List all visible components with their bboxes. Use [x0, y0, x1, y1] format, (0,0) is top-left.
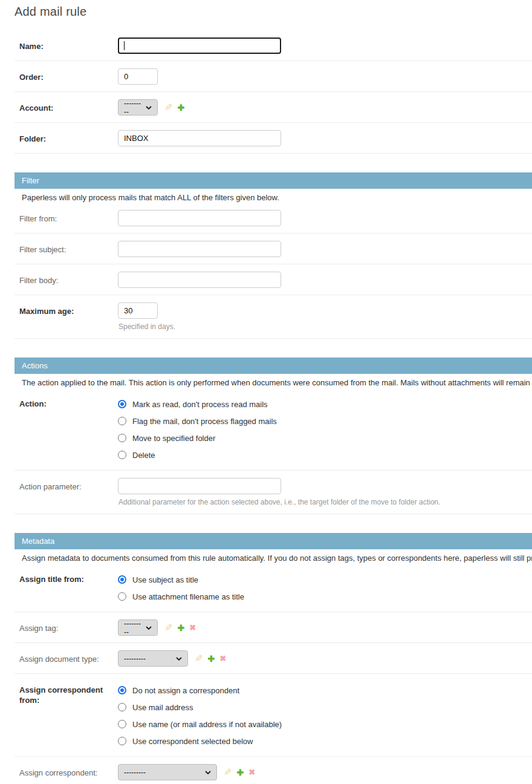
- metadata-section-description: Assign metadata to documents consumed fr…: [22, 554, 532, 563]
- assign-document-type-label: Assign document type:: [19, 650, 118, 664]
- title-option-attachment-filename[interactable]: Use attachment filename as title: [118, 588, 244, 605]
- name-row: Name:: [15, 30, 532, 61]
- assign-tag-select[interactable]: ---------: [118, 619, 158, 636]
- assign-title-from-label: Assign title from:: [19, 570, 118, 584]
- module-filter: Filter Paperless will only process mails…: [15, 172, 532, 339]
- order-input[interactable]: [118, 68, 158, 85]
- chevron-down-icon: [176, 657, 182, 661]
- radio-unchecked-icon[interactable]: [118, 720, 126, 728]
- edit-related-icon[interactable]: ✎: [224, 768, 232, 777]
- title-option-subject[interactable]: Use subject as title: [118, 571, 244, 588]
- account-select-value: ---------: [124, 99, 142, 116]
- correspondent-option-selected-below[interactable]: Use correspondent selected below: [118, 733, 282, 750]
- assign-tag-label: Assign tag:: [19, 619, 118, 633]
- radio-unchecked-icon[interactable]: [118, 737, 126, 745]
- order-row: Order:: [15, 61, 532, 92]
- assign-correspondent-from-label: Assign correspondent from:: [19, 681, 118, 705]
- folder-row: Folder:: [15, 123, 532, 154]
- add-related-icon[interactable]: ✚: [177, 103, 184, 112]
- filter-from-row: Filter from:: [15, 203, 532, 234]
- action-option-flag-mail[interactable]: Flag the mail, don't process flagged mai…: [118, 413, 277, 430]
- module-actions: Actions The action applied to the mail. …: [15, 358, 532, 514]
- order-label: Order:: [19, 68, 118, 82]
- action-option-move-folder[interactable]: Move to specified folder: [118, 430, 277, 446]
- edit-related-icon[interactable]: ✎: [195, 654, 203, 664]
- radio-unchecked-icon[interactable]: [118, 703, 126, 711]
- assign-correspondent-from-row: Assign correspondent from: Do not assign…: [15, 674, 532, 757]
- filter-subject-label: Filter subject:: [19, 241, 118, 255]
- assign-correspondent-label: Assign correspondent:: [19, 764, 118, 778]
- correspondent-option-mail-address[interactable]: Use mail address: [118, 699, 282, 716]
- module-main: Name: Order: Account: ---------: [15, 30, 532, 154]
- account-select[interactable]: ---------: [118, 99, 158, 116]
- radio-unchecked-icon[interactable]: [118, 451, 126, 459]
- content: Add mail rule Name: Order: Account: ----…: [0, 0, 532, 784]
- radio-checked-icon[interactable]: [118, 400, 126, 408]
- account-row: Account: --------- ✎ ✚: [15, 92, 532, 123]
- edit-related-icon[interactable]: ✎: [164, 623, 172, 633]
- maximum-age-row: Maximum age: Specified in days.: [15, 295, 532, 339]
- assign-tag-row: Assign tag: --------- ✎ ✚ ✖: [15, 612, 532, 643]
- text-cursor: [124, 41, 125, 50]
- name-input[interactable]: [118, 38, 281, 54]
- folder-input[interactable]: [118, 130, 281, 146]
- assign-title-from-row: Assign title from: Use subject as title …: [15, 563, 532, 612]
- account-label: Account:: [19, 99, 118, 113]
- assign-correspondent-select-value: ---------: [124, 768, 146, 777]
- filter-body-row: Filter body:: [15, 264, 532, 295]
- assign-correspondent-row: Assign correspondent: --------- ✎ ✚ ✖: [15, 757, 532, 784]
- assign-document-type-row: Assign document type: --------- ✎ ✚ ✖: [15, 643, 532, 674]
- actions-section-header: Actions: [15, 358, 532, 374]
- radio-checked-icon[interactable]: [118, 575, 126, 584]
- add-related-icon[interactable]: ✚: [207, 655, 215, 663]
- filter-body-label: Filter body:: [19, 272, 118, 286]
- action-parameter-input[interactable]: [118, 478, 281, 494]
- add-related-icon[interactable]: ✚: [177, 624, 184, 632]
- chevron-down-icon: [146, 626, 152, 630]
- action-parameter-help: Additional parameter for the action sele…: [118, 498, 440, 506]
- filter-from-input[interactable]: [118, 210, 281, 226]
- action-row: Action: Mark as read, don't process read…: [15, 388, 532, 471]
- action-parameter-label: Action parameter:: [19, 478, 118, 492]
- maximum-age-label: Maximum age:: [19, 302, 118, 316]
- delete-related-icon[interactable]: ✖: [189, 624, 196, 632]
- filter-subject-input[interactable]: [118, 241, 281, 257]
- assign-correspondent-select[interactable]: ---------: [118, 764, 217, 780]
- folder-label: Folder:: [19, 130, 118, 144]
- radio-checked-icon[interactable]: [118, 686, 126, 694]
- delete-related-icon[interactable]: ✖: [248, 768, 255, 776]
- maximum-age-input[interactable]: [118, 302, 158, 319]
- filter-section-header: Filter: [15, 172, 532, 189]
- chevron-down-icon: [205, 771, 211, 774]
- metadata-section-header: Metadata: [15, 533, 532, 549]
- filter-subject-row: Filter subject:: [15, 234, 532, 264]
- module-metadata: Metadata Assign metadata to documents co…: [15, 533, 532, 784]
- name-label: Name:: [19, 38, 118, 51]
- correspondent-option-name[interactable]: Use name (or mail address if not availab…: [118, 716, 282, 733]
- action-parameter-row: Action parameter: Additional parameter f…: [15, 471, 532, 514]
- action-option-mark-as-read[interactable]: Mark as read, don't process read mails: [118, 396, 277, 413]
- filter-section-description: Paperless will only process mails that m…: [22, 193, 532, 202]
- radio-unchecked-icon[interactable]: [118, 434, 126, 442]
- add-related-icon[interactable]: ✚: [236, 768, 244, 777]
- filter-body-input[interactable]: [118, 272, 281, 288]
- filter-from-label: Filter from:: [19, 210, 118, 224]
- assign-document-type-select[interactable]: ---------: [118, 650, 188, 667]
- action-label: Action:: [19, 395, 118, 409]
- assign-document-type-select-value: ---------: [124, 655, 146, 663]
- chevron-down-icon: [146, 106, 152, 109]
- delete-related-icon[interactable]: ✖: [219, 655, 226, 662]
- maximum-age-help: Specified in days.: [118, 322, 175, 331]
- edit-related-icon[interactable]: ✎: [164, 103, 172, 113]
- radio-unchecked-icon[interactable]: [118, 592, 126, 601]
- assign-tag-select-value: ---------: [124, 619, 142, 636]
- action-option-delete[interactable]: Delete: [118, 446, 277, 463]
- page-title: Add mail rule: [15, 5, 532, 19]
- correspondent-option-none[interactable]: Do not assign a correspondent: [118, 682, 282, 699]
- actions-section-description: The action applied to the mail. This act…: [22, 378, 532, 387]
- radio-unchecked-icon[interactable]: [118, 417, 126, 425]
